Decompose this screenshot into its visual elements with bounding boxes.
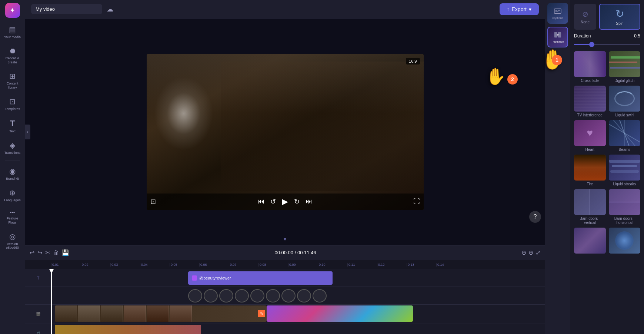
transition-barn-vertical[interactable]: Barn doors -vertical <box>574 189 606 225</box>
circle-sticker-8[interactable] <box>297 289 311 302</box>
transition-label: Transition <box>551 40 564 43</box>
languages-icon: ⊕ <box>9 188 16 197</box>
audio-clip[interactable] <box>55 325 201 334</box>
circle-sticker-9[interactable] <box>313 289 327 302</box>
transition-circle[interactable] <box>609 228 641 255</box>
liquid-swirl-thumb <box>609 86 641 112</box>
project-title-input[interactable] <box>31 4 102 14</box>
liquid-swirl-label: Liquid swirl <box>615 113 634 117</box>
export-button[interactable]: ↑ Export ▾ <box>500 3 539 15</box>
captions-icon-btn[interactable]: Captions <box>547 3 568 24</box>
video-controls-bar: ⏮ ↺ ▶ ↻ ⏭ ⊡ ⛶ <box>147 194 424 210</box>
cross-fade-thumb <box>574 51 606 77</box>
sidebar-item-languages[interactable]: ⊕ Languages <box>1 185 24 205</box>
track-content-video[interactable]: ✎ <box>51 305 545 324</box>
undo-button[interactable]: ↩ <box>30 249 34 256</box>
track-content-audio[interactable] <box>51 324 545 334</box>
circle-sticker-3[interactable] <box>219 289 233 302</box>
help-button[interactable]: ? <box>529 211 541 223</box>
ruler-mark-12: 0:13 <box>407 263 436 267</box>
ruler-mark-13: 0:14 <box>436 263 466 267</box>
heart-label: Heart <box>585 148 594 152</box>
circle-sticker-5[interactable] <box>250 289 264 302</box>
circle-sticker-2[interactable] <box>204 289 218 302</box>
color-background-clip[interactable] <box>267 305 413 322</box>
video-thumb-6 <box>170 305 192 322</box>
circle-sticker-1[interactable] <box>188 289 202 302</box>
transition-icon-btn[interactable]: Transition <box>547 27 568 47</box>
transitions-scroll-area[interactable]: ⊘ None ↻ Spin Duration 0.5 <box>570 0 644 334</box>
top-bar: ☁ ↑ Export ▾ <box>25 0 545 19</box>
main-video-clip[interactable]: ✎ <box>55 305 267 322</box>
transition-digital-glitch[interactable]: Digital glitch <box>609 51 641 83</box>
video-container: ⏮ ↺ ▶ ↻ ⏭ ⊡ ⛶ 16:9 <box>147 54 424 210</box>
duration-slider-container <box>574 40 640 47</box>
timeline-tracks: T @beautyreviewer <box>25 269 545 334</box>
sidebar-label-text: Text <box>9 129 16 133</box>
beams-thumb <box>609 120 641 146</box>
caption-toggle-button[interactable]: ⊡ <box>150 198 156 206</box>
ruler-mark-0: 0:01 <box>51 263 81 267</box>
ruler-mark-1: 0:02 <box>81 263 110 267</box>
time-display: 00:00.00 / 00:11.46 <box>72 250 518 255</box>
svg-rect-0 <box>554 9 561 14</box>
spin-transition-option[interactable]: ↻ Spin <box>599 4 640 30</box>
transition-heart[interactable]: ♥ Heart <box>574 120 606 152</box>
transition-liquid-swirl[interactable]: Liquid swirl <box>609 86 641 117</box>
fit-timeline-button[interactable]: ⤢ <box>535 249 540 256</box>
redo-button[interactable]: ↪ <box>37 249 42 256</box>
video-thumb-3 <box>101 305 123 322</box>
play-pause-button[interactable]: ▶ <box>282 197 288 206</box>
circle-sticker-6[interactable] <box>266 289 280 302</box>
fire-label: Fire <box>587 182 593 186</box>
transition-liquid-streaks[interactable]: Liquid streaks <box>609 155 641 186</box>
skip-to-start-button[interactable]: ⏮ <box>258 198 264 205</box>
sidebar-item-your-media[interactable]: ▤ Your media <box>1 22 24 42</box>
fullscreen-button[interactable]: ⛶ <box>413 198 420 205</box>
delete-button[interactable]: 🗑 <box>53 249 59 256</box>
sidebar-label-version: Versione8bed60 <box>6 242 19 250</box>
sidebar-item-transitions[interactable]: ◈ Transitions <box>1 138 24 158</box>
cut-button[interactable]: ✂ <box>45 249 50 256</box>
transition-tv-interference[interactable]: TV interference <box>574 86 606 117</box>
transition-barn-horizontal[interactable]: Barn doors -horizontal <box>609 189 641 225</box>
sidebar-item-brand-kit[interactable]: ◉ Brand kit <box>1 164 24 184</box>
transition-fire[interactable]: Fire <box>574 155 606 186</box>
sidebar-item-feature-flags[interactable]: ••• FeatureFlags <box>1 207 24 228</box>
skip-to-end-button[interactable]: ⏭ <box>306 198 312 205</box>
circle-thumb <box>609 228 641 254</box>
right-panel-area: Captions Transition ⊘ None ↻ Spin <box>545 0 644 334</box>
zoom-in-button[interactable]: ⊕ <box>528 249 533 256</box>
sidebar-item-record-create[interactable]: ⏺ Record &create <box>1 44 24 67</box>
left-sidebar: ✦ ▤ Your media ⏺ Record &create ⊞ Conten… <box>0 0 25 334</box>
media-icon: ▤ <box>9 25 16 34</box>
zoom-controls: ⊖ ⊕ ⤢ <box>521 249 540 256</box>
sidebar-item-version[interactable]: ◎ Versione8bed60 <box>1 229 24 253</box>
collapse-preview-button[interactable]: ▾ <box>284 236 286 242</box>
ruler-mark-5: 0:06 <box>199 263 229 267</box>
save-button[interactable]: 💾 <box>62 249 69 256</box>
clip-edit-icon[interactable]: ✎ <box>258 310 265 317</box>
circle-sticker-7[interactable] <box>281 289 296 302</box>
sidebar-item-text[interactable]: T Text <box>1 116 24 136</box>
aspect-ratio-badge[interactable]: 16:9 <box>406 58 420 65</box>
video-thumb-5 <box>147 305 169 322</box>
captions-label: Captions <box>552 16 564 20</box>
sidebar-item-content-library[interactable]: ⊞ Contentlibrary <box>1 69 24 93</box>
panel-toggle-btn[interactable]: › <box>25 125 30 139</box>
transition-beams[interactable]: Beams <box>609 120 641 152</box>
text-clip-beautyreviewer[interactable]: @beautyreviewer <box>188 271 333 285</box>
sidebar-item-templates[interactable]: ⊡ Templates <box>1 94 24 114</box>
duration-slider[interactable] <box>574 44 640 45</box>
zoom-out-button[interactable]: ⊖ <box>521 249 526 256</box>
rewind-button[interactable]: ↺ <box>270 198 276 206</box>
cloud-save-icon[interactable]: ☁ <box>107 5 113 13</box>
transition-cross-fade[interactable]: Cross fade <box>574 51 606 83</box>
track-label-video: 🎬 <box>25 305 51 324</box>
transition-unknown-bl[interactable] <box>574 228 606 255</box>
none-transition-option[interactable]: ⊘ None <box>574 4 596 30</box>
playhead[interactable] <box>51 269 52 334</box>
circle-sticker-4[interactable] <box>235 289 249 302</box>
duration-value: 0.5 <box>634 33 640 39</box>
fast-forward-button[interactable]: ↻ <box>294 198 300 206</box>
